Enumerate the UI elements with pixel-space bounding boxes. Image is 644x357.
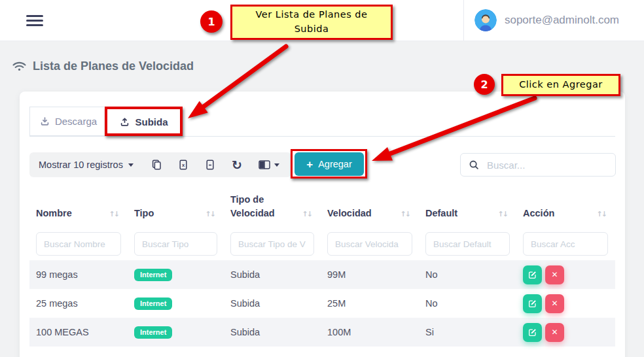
filter-default-input[interactable] — [425, 232, 510, 256]
table-header-row: Nombre ↑↓ Tipo ↑↓ Tipo de Velocidad ↑↓ V… — [29, 186, 615, 227]
edit-button[interactable] — [523, 294, 542, 313]
edit-button[interactable] — [523, 265, 542, 284]
column-header-velocidad[interactable]: Velocidad ↑↓ — [321, 186, 419, 227]
sort-icon: ↑↓ — [597, 209, 606, 220]
sort-icon: ↑↓ — [401, 209, 410, 220]
sort-icon: ↑↓ — [206, 209, 215, 220]
delete-button[interactable]: ✕ — [545, 294, 564, 313]
file-export-button[interactable] — [205, 160, 215, 171]
cell-velocidad: 99M — [321, 260, 419, 289]
tab-descarga[interactable]: Descarga — [29, 107, 107, 136]
filter-tipo-velocidad-input[interactable] — [230, 232, 314, 256]
cell-tipo-velocidad: Subida — [224, 318, 321, 347]
cell-default: No — [419, 289, 516, 318]
cell-tipo-velocidad: Subida — [224, 260, 321, 289]
export-buttons: x ↻ — [151, 160, 279, 171]
excel-export-button[interactable]: x — [178, 160, 188, 171]
copy-button[interactable] — [151, 160, 162, 170]
page-title-row: Lista de Planes de Velocidad — [12, 59, 194, 74]
refresh-icon: ↻ — [232, 160, 242, 171]
cell-default: Si — [419, 318, 516, 347]
sort-icon: ↑↓ — [498, 209, 507, 220]
edit-pencil-icon — [528, 299, 537, 308]
column-header-nombre[interactable]: Nombre ↑↓ — [29, 186, 128, 227]
table-row: 99 megas Internet Subida 99M No ✕ — [29, 260, 615, 289]
edit-pencil-icon — [528, 328, 537, 337]
table-row: 100 MEGAS Internet Subida 100M Si ✕ — [29, 318, 615, 347]
upload-icon — [120, 117, 130, 127]
search-box — [460, 153, 616, 177]
x-icon: ✕ — [551, 328, 558, 337]
column-header-tipo[interactable]: Tipo ↑↓ — [128, 186, 224, 227]
cell-nombre: 25 megas — [29, 289, 128, 318]
plans-card: Descarga Subida Mostrar 10 registros — [20, 92, 625, 357]
plus-icon: + — [306, 159, 313, 170]
filter-velocidad-input[interactable] — [327, 232, 412, 256]
tipo-badge: Internet — [134, 269, 172, 281]
tab-descarga-label: Descarga — [55, 116, 97, 127]
cell-velocidad: 100M — [321, 318, 419, 347]
column-header-default[interactable]: Default ↑↓ — [419, 186, 516, 227]
top-navbar: soporte@adminolt.com — [0, 0, 644, 41]
excel-file-icon: x — [178, 160, 188, 171]
copy-icon — [151, 160, 162, 170]
download-icon — [40, 116, 50, 126]
edit-button[interactable] — [523, 323, 542, 342]
page-length-label: Mostrar 10 registros — [39, 160, 123, 170]
cell-nombre: 100 MEGAS — [29, 318, 128, 347]
filter-tipo-input[interactable] — [134, 232, 217, 256]
sort-icon: ↑↓ — [302, 209, 312, 220]
columns-icon — [259, 160, 270, 169]
tipo-badge: Internet — [134, 298, 172, 310]
svg-text:x: x — [182, 162, 185, 168]
x-icon: ✕ — [551, 270, 558, 279]
add-button-label: Agregar — [318, 159, 352, 169]
tab-subida[interactable]: Subida — [107, 107, 181, 136]
tipo-badge: Internet — [134, 326, 172, 339]
tab-subida-label: Subida — [135, 116, 168, 128]
filter-accion-input[interactable] — [523, 232, 608, 256]
user-menu[interactable]: soporte@adminolt.com — [463, 0, 644, 41]
cell-nombre: 99 megas — [29, 260, 128, 289]
page-length-dropdown[interactable]: Mostrar 10 registros — [39, 160, 134, 170]
edit-pencil-icon — [528, 271, 537, 279]
x-icon: ✕ — [551, 299, 558, 308]
column-header-tipo-velocidad[interactable]: Tipo de Velocidad ↑↓ — [224, 186, 321, 227]
table-filter-row — [29, 227, 615, 260]
app-window: soporte@adminolt.com Lista de Planes de … — [0, 0, 644, 357]
delete-button[interactable]: ✕ — [545, 265, 564, 284]
plans-table: Nombre ↑↓ Tipo ↑↓ Tipo de Velocidad ↑↓ V… — [29, 186, 615, 347]
user-avatar-icon — [474, 9, 497, 31]
cell-tipo-velocidad: Subida — [224, 289, 321, 318]
caret-down-icon — [274, 163, 279, 167]
filter-nombre-input[interactable] — [36, 232, 121, 256]
search-input[interactable] — [486, 159, 618, 171]
refresh-button[interactable]: ↻ — [232, 160, 242, 171]
table-toolbar: Mostrar 10 registros x — [29, 152, 291, 177]
user-email: soporte@adminolt.com — [505, 14, 619, 27]
caret-down-icon — [128, 163, 134, 167]
tab-bar: Descarga Subida — [29, 107, 615, 137]
column-header-accion[interactable]: Acción ↑↓ — [516, 186, 615, 227]
hamburger-menu-icon[interactable] — [26, 12, 43, 29]
cell-velocidad: 25M — [321, 289, 419, 318]
search-icon — [469, 160, 479, 170]
column-visibility-button[interactable] — [259, 160, 279, 169]
cell-default: No — [419, 260, 516, 289]
file-icon — [205, 160, 215, 171]
add-button[interactable]: + Agregar — [295, 152, 364, 176]
sort-icon: ↑↓ — [109, 209, 118, 220]
page-title: Lista de Planes de Velocidad — [33, 60, 194, 73]
table-row: 25 megas Internet Subida 25M No ✕ — [29, 289, 615, 318]
wifi-icon — [12, 59, 27, 74]
delete-button[interactable]: ✕ — [545, 323, 564, 342]
